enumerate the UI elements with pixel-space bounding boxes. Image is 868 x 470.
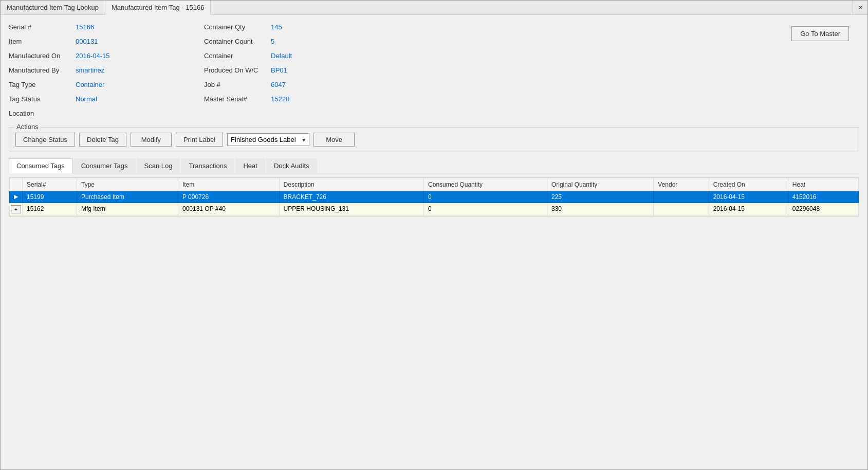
cell-serial-0: 15199 <box>23 191 77 203</box>
cell-item-1: 000131 OP #40 <box>178 203 279 216</box>
cell-description-1: UPPER HOUSING_131 <box>279 203 423 216</box>
col-item-header: Item <box>178 178 279 191</box>
col-indicator-header <box>10 178 23 191</box>
tab-lookup[interactable]: Manufactured Item Tag Lookup <box>1 1 105 14</box>
data-tabs-bar: Consumed Tags Consumer Tags Scan Log Tra… <box>9 158 859 173</box>
actions-legend: Actions <box>14 123 41 131</box>
field-location: Location <box>9 107 204 119</box>
field-serial: Serial # 15166 <box>9 21 204 32</box>
tab-heat[interactable]: Heat <box>235 158 265 173</box>
col-created-on-header: Created On <box>709 178 788 191</box>
consumed-tags-table: Serial# Type Item Description Consumed Q… <box>9 178 859 216</box>
cell-serial-1: 15162 <box>23 203 77 216</box>
print-label-button[interactable]: Print Label <box>176 133 223 147</box>
field-produced-on-wc: Produced On W/C BP01 <box>204 64 410 76</box>
cell-heat-0: 4152016 <box>788 191 858 203</box>
actions-group: Actions Change Status Delete Tag Modify … <box>9 127 859 152</box>
field-manufactured-by: Manufactured By smartinez <box>9 64 204 76</box>
tab-consumed-tags[interactable]: Consumed Tags <box>9 158 72 173</box>
cell-description-0: BRACKET_726 <box>279 191 423 203</box>
cell-item-0: P 000726 <box>178 191 279 203</box>
cell-vendor-1 <box>654 203 709 216</box>
move-button[interactable]: Move <box>313 133 355 147</box>
field-job: Job # 6047 <box>204 79 410 90</box>
tab-detail[interactable]: Manufactured Item Tag - 15166 <box>105 1 211 15</box>
form-left: Serial # 15166 Item 000131 Manufactured … <box>9 21 204 122</box>
cell-consumed-qty-0: 0 <box>424 191 547 203</box>
close-button[interactable]: × <box>853 1 867 14</box>
tab-transactions[interactable]: Transactions <box>181 158 234 173</box>
table-row[interactable]: ▶ 15199 Purchased Item P 000726 BRACKET_… <box>10 191 859 203</box>
col-heat-header: Heat <box>788 178 858 191</box>
value-container[interactable]: Default <box>271 52 292 60</box>
row-indicator: ▶ <box>10 191 23 203</box>
cell-created-on-1: 2016-04-15 <box>709 203 788 216</box>
value-item[interactable]: 000131 <box>76 38 98 45</box>
field-tag-type: Tag Type Container <box>9 79 204 90</box>
field-item: Item 000131 <box>9 35 204 47</box>
form-area: Serial # 15166 Item 000131 Manufactured … <box>9 21 859 122</box>
go-to-master-area: Go To Master <box>410 21 859 122</box>
label-serial: Serial # <box>9 23 76 31</box>
field-container-count: Container Count 5 <box>204 35 410 47</box>
main-content: Serial # 15166 Item 000131 Manufactured … <box>1 15 867 469</box>
actions-buttons: Change Status Delete Tag Modify Print La… <box>15 133 853 147</box>
cell-type-0: Purchased Item <box>77 191 178 203</box>
label-manufactured-on: Manufactured On <box>9 52 76 60</box>
label-dropdown[interactable]: Finished Goods Label <box>227 133 309 146</box>
go-to-master-button[interactable]: Go To Master <box>791 26 849 41</box>
label-manufactured-by: Manufactured By <box>9 66 76 74</box>
data-table-container: Serial# Type Item Description Consumed Q… <box>9 177 859 216</box>
field-manufactured-on: Manufactured On 2016-04-15 <box>9 50 204 61</box>
table-row[interactable]: + 15162 Mfg Item 000131 OP #40 UPPER HOU… <box>10 203 859 216</box>
value-tag-status[interactable]: Normal <box>76 95 97 103</box>
col-original-qty-header: Original Quantity <box>547 178 653 191</box>
label-master-serial: Master Serial# <box>204 95 271 103</box>
col-consumed-qty-header: Consumed Quantity <box>424 178 547 191</box>
value-container-qty[interactable]: 145 <box>271 23 282 31</box>
form-right: Container Qty 145 Container Count 5 Cont… <box>204 21 410 122</box>
label-container: Container <box>204 52 271 60</box>
col-vendor-header: Vendor <box>654 178 709 191</box>
col-description-header: Description <box>279 178 423 191</box>
cell-original-qty-0: 225 <box>547 191 653 203</box>
value-serial[interactable]: 15166 <box>76 23 94 31</box>
cell-original-qty-1: 330 <box>547 203 653 216</box>
field-tag-status: Tag Status Normal <box>9 93 204 104</box>
value-master-serial[interactable]: 15220 <box>271 95 289 103</box>
row-expand-indicator[interactable]: + <box>10 203 23 216</box>
label-job: Job # <box>204 81 271 88</box>
value-container-count[interactable]: 5 <box>271 38 274 45</box>
field-master-serial: Master Serial# 15220 <box>204 93 410 104</box>
value-job[interactable]: 6047 <box>271 81 286 88</box>
cell-created-on-0: 2016-04-15 <box>709 191 788 203</box>
value-manufactured-on[interactable]: 2016-04-15 <box>76 52 110 60</box>
change-status-button[interactable]: Change Status <box>15 133 75 147</box>
cell-type-1: Mfg Item <box>77 203 178 216</box>
cell-heat-1: 02296048 <box>788 203 858 216</box>
col-type-header: Type <box>77 178 178 191</box>
tab-consumer-tags[interactable]: Consumer Tags <box>73 158 136 173</box>
field-container: Container Default <box>204 50 410 61</box>
label-item: Item <box>9 38 76 45</box>
label-produced-on-wc: Produced On W/C <box>204 66 271 74</box>
field-container-qty: Container Qty 145 <box>204 21 410 32</box>
label-location: Location <box>9 110 76 117</box>
col-serial-header: Serial# <box>23 178 77 191</box>
value-manufactured-by[interactable]: smartinez <box>76 66 104 74</box>
tab-scan-log[interactable]: Scan Log <box>137 158 180 173</box>
modify-button[interactable]: Modify <box>131 133 172 147</box>
label-select-wrapper: Finished Goods Label <box>227 133 309 146</box>
label-tag-type: Tag Type <box>9 81 76 88</box>
label-container-qty: Container Qty <box>204 23 271 31</box>
label-tag-status: Tag Status <box>9 95 76 103</box>
tab-dock-audits[interactable]: Dock Audits <box>266 158 317 173</box>
title-bar: Manufactured Item Tag Lookup Manufacture… <box>1 1 867 15</box>
cell-consumed-qty-1: 0 <box>424 203 547 216</box>
expand-button[interactable]: + <box>11 205 21 213</box>
label-container-count: Container Count <box>204 38 271 45</box>
value-produced-on-wc[interactable]: BP01 <box>271 66 287 74</box>
value-tag-type[interactable]: Container <box>76 81 104 88</box>
main-window: Manufactured Item Tag Lookup Manufacture… <box>0 0 868 470</box>
delete-tag-button[interactable]: Delete Tag <box>79 133 126 147</box>
